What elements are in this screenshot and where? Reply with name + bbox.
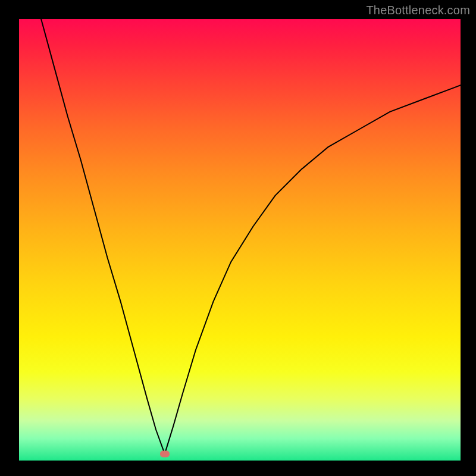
curve-left-branch [41,19,165,454]
optimal-marker [160,450,170,457]
plot-area [19,19,461,461]
curve-svg [19,19,461,461]
curve-right-branch [165,85,461,454]
watermark-label: TheBottleneck.com [366,4,470,17]
chart-frame: TheBottleneck.com [0,0,476,476]
